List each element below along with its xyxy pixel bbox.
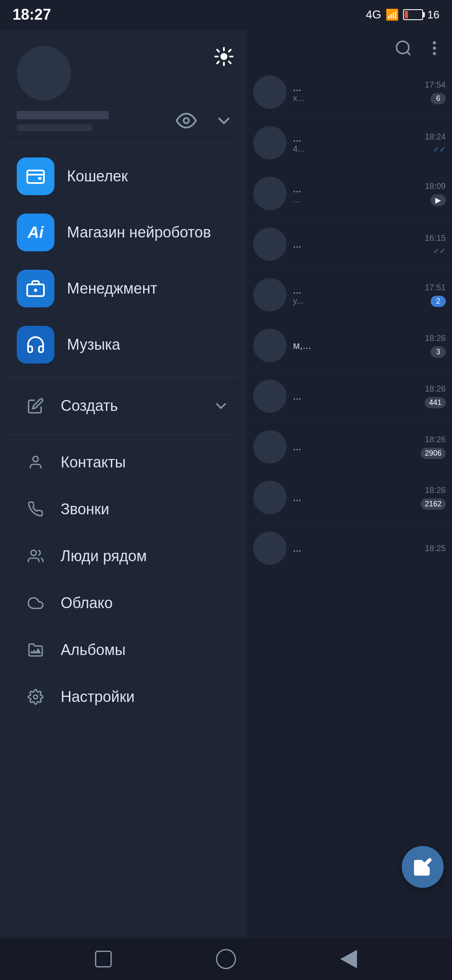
chat-message: y...: [293, 296, 425, 306]
management-label: Менеджмент: [67, 280, 157, 297]
svg-rect-10: [27, 170, 44, 183]
wifi-signal-icon: 📶: [385, 8, 399, 21]
chat-row[interactable]: ... 18:25: [247, 523, 452, 574]
sidebar-item-settings[interactable]: Настройки: [0, 673, 247, 720]
chat-header: [247, 29, 452, 67]
chat-row[interactable]: м,... 18:26 3: [247, 320, 452, 371]
back-icon: [340, 950, 357, 968]
search-icon[interactable]: [394, 39, 413, 57]
battery-fill: [405, 11, 408, 18]
chat-row[interactable]: ... 18:26 2162: [247, 472, 452, 523]
chat-avatar: [253, 227, 287, 261]
chat-name: ...: [293, 183, 425, 195]
chat-row[interactable]: ... y... 17:51 2: [247, 270, 452, 320]
chat-time: 17:51: [425, 283, 446, 292]
navigation-bar: [0, 938, 452, 980]
nearby-icon: [23, 544, 48, 569]
chat-badge: 2162: [421, 498, 446, 510]
chat-name: ...: [293, 542, 425, 554]
chat-meta: 18:26 441: [425, 384, 446, 408]
svg-point-23: [433, 52, 436, 55]
chat-row[interactable]: ... 4... 18:24 ✓✓: [247, 118, 452, 168]
home-icon: [216, 949, 236, 969]
chat-name: ...: [293, 82, 425, 93]
chat-row[interactable]: ... 18:26 2906: [247, 422, 452, 472]
status-icons: 4G 📶 16: [366, 8, 439, 21]
signal-icon: 4G: [366, 8, 381, 21]
svg-point-18: [33, 695, 38, 699]
profile-meta-icons: [176, 110, 234, 131]
cloud-icon: [23, 591, 48, 616]
svg-line-7: [217, 62, 219, 63]
chevron-down-icon[interactable]: [213, 110, 234, 131]
chat-name: ...: [293, 284, 425, 296]
chat-time: 16:15: [425, 233, 446, 243]
music-label: Музыка: [67, 336, 120, 353]
battery-level: 16: [427, 8, 439, 21]
sidebar-item-albums[interactable]: Альбомы: [0, 627, 247, 673]
chat-meta: 18:26 3: [425, 333, 446, 358]
settings-label: Настройки: [61, 688, 135, 706]
create-section: Создать: [0, 377, 247, 434]
chat-row[interactable]: ... ... 18:09 ▶: [247, 168, 452, 219]
chat-name: ...: [293, 441, 421, 453]
svg-line-8: [229, 50, 231, 52]
chat-name: ...: [293, 390, 425, 402]
svg-point-19: [397, 41, 409, 54]
sidebar-item-cloud[interactable]: Облако: [0, 580, 247, 627]
chat-row[interactable]: ... 18:26 441: [247, 371, 452, 422]
more-options-icon[interactable]: [425, 39, 444, 57]
sidebar-item-create[interactable]: Создать: [0, 382, 247, 430]
chat-info: ...: [293, 441, 421, 453]
svg-line-5: [217, 50, 219, 52]
svg-point-22: [433, 46, 436, 49]
avatar: [17, 46, 71, 101]
chat-badge: 3: [431, 346, 446, 358]
svg-marker-17: [30, 648, 41, 653]
sidebar-item-nearby[interactable]: Люди рядом: [0, 533, 247, 580]
sun-icon[interactable]: [213, 46, 234, 67]
chat-info: ... ...: [293, 183, 425, 204]
nav-square-button[interactable]: [89, 944, 118, 974]
chat-time: 18:26: [425, 435, 446, 444]
chat-name: ...: [293, 132, 425, 144]
cloud-label: Облако: [61, 594, 113, 612]
eye-icon[interactable]: [176, 110, 197, 131]
chat-info: м,...: [293, 340, 425, 351]
chat-avatar: [253, 75, 287, 109]
sidebar: Кошелек Ai Магазин нейроботов Мене: [0, 29, 247, 938]
chat-name: м,...: [293, 340, 425, 351]
ai-shop-icon: Ai: [17, 214, 54, 251]
chat-time: 18:26: [425, 333, 446, 343]
chat-meta: 17:54 6: [425, 80, 446, 104]
battery-box: [403, 9, 423, 20]
albums-icon: [23, 637, 48, 663]
nav-home-button[interactable]: [211, 944, 241, 974]
chat-meta: 18:26 2906: [421, 435, 446, 459]
compose-fab-button[interactable]: [402, 846, 444, 888]
sidebar-item-music[interactable]: Музыка: [0, 317, 247, 373]
double-check-icon: ✓✓: [433, 145, 446, 154]
sidebar-item-ai-shop[interactable]: Ai Магазин нейроботов: [0, 204, 247, 260]
chat-avatar: [253, 278, 287, 312]
chat-info: ...: [293, 492, 421, 503]
chat-info: ...: [293, 238, 425, 250]
battery-indicator: 16: [403, 8, 439, 21]
sidebar-item-management[interactable]: Менеджмент: [0, 260, 247, 317]
chat-name: ...: [293, 238, 425, 250]
create-label: Создать: [61, 397, 199, 415]
chat-avatar: [253, 126, 287, 160]
chat-row[interactable]: ... 16:15 ✓✓: [247, 219, 452, 270]
chat-info: ... 4...: [293, 132, 425, 154]
profile-controls: [213, 46, 234, 67]
chat-time: 18:26: [425, 384, 446, 394]
ai-shop-label: Магазин нейроботов: [67, 224, 211, 241]
chat-message: x...: [293, 93, 425, 103]
sidebar-item-wallet[interactable]: Кошелек: [0, 148, 247, 204]
nav-back-button[interactable]: [334, 944, 363, 974]
chat-name: ...: [293, 492, 421, 503]
sidebar-item-calls[interactable]: Звонки: [0, 486, 247, 533]
chat-row[interactable]: ... x... 17:54 6: [247, 67, 452, 118]
sidebar-item-contacts[interactable]: Контакты: [0, 439, 247, 486]
chat-time: 18:25: [425, 544, 446, 553]
